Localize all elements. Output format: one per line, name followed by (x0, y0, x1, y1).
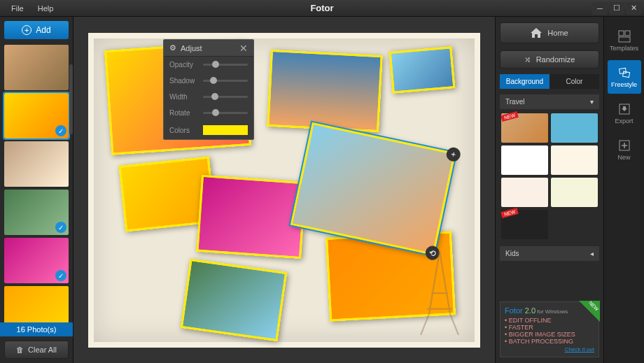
bg-thumb[interactable] (501, 178, 548, 207)
shuffle-icon: ⤮ (524, 55, 531, 64)
svg-rect-3 (619, 68, 626, 73)
photo-thumb[interactable]: ✓ (4, 93, 69, 138)
home-button[interactable]: Home (500, 22, 599, 43)
rotate-slider[interactable] (203, 112, 248, 114)
color-picker[interactable] (203, 125, 248, 135)
randomize-label: Randomize (536, 55, 575, 64)
scrollbar[interactable] (69, 64, 73, 134)
window-controls: ─ ☐ ✕ (592, 2, 641, 15)
tool-export[interactable]: Export (608, 97, 641, 130)
tab-background[interactable]: Background (500, 74, 550, 89)
photo-thumbnails: ✓ ✓ ✓ (0, 43, 73, 322)
check-icon: ✓ (55, 222, 66, 233)
check-icon: ✓ (55, 270, 66, 281)
freestyle-icon (618, 66, 631, 79)
category-label: Travel (505, 98, 524, 106)
export-icon (618, 103, 631, 115)
photo-thumb[interactable] (4, 286, 69, 322)
bg-tabs: Background Color (500, 74, 599, 89)
add-label: Add (36, 25, 50, 35)
bg-thumb[interactable] (551, 113, 598, 143)
promo-link[interactable]: Check it out (505, 346, 594, 353)
canvas-area: + ⟲ ⚙ Adjust ✕ Opacity Shadow Width (74, 17, 495, 363)
adjust-header[interactable]: ⚙ Adjust ✕ (164, 40, 253, 57)
tool-templates[interactable]: Templates (608, 24, 641, 57)
main-menu: File Help (0, 2, 59, 15)
plus-icon: + (22, 25, 31, 35)
promo-item: BIGGER IMAGE SIZES (505, 331, 594, 338)
collage-photo[interactable] (196, 174, 306, 258)
collage-photo[interactable] (267, 49, 383, 131)
new-corner-badge: NEW (579, 301, 600, 322)
bg-thumb[interactable]: NEW (501, 210, 548, 239)
home-icon (531, 28, 542, 38)
tool-label: Templates (610, 45, 638, 52)
shadow-label: Shadow (169, 77, 199, 85)
add-photo-button[interactable]: + Add (4, 21, 69, 39)
bg-thumb[interactable] (501, 145, 548, 175)
width-slider[interactable] (203, 96, 248, 98)
photo-count-label: 16 Photo(s) (0, 322, 73, 336)
collage-photo[interactable] (181, 258, 288, 341)
collage-photo-selected[interactable]: + ⟲ (290, 122, 456, 255)
titlebar: File Help Fotor ─ ☐ ✕ (0, 0, 644, 17)
category-label: Kids (505, 250, 519, 257)
tool-new[interactable]: New (608, 133, 641, 166)
add-handle[interactable]: + (445, 145, 462, 162)
background-grid: NEW NEW (500, 109, 599, 243)
tool-freestyle[interactable]: Freestyle (608, 60, 641, 94)
svg-rect-0 (619, 31, 624, 36)
tool-label: Freestyle (611, 81, 637, 88)
templates-icon (618, 30, 631, 43)
promo-item: BATCH PROCESSING (505, 338, 594, 345)
svg-rect-2 (619, 37, 630, 42)
home-label: Home (547, 29, 568, 37)
photo-thumb[interactable]: ✓ (4, 190, 69, 235)
clear-all-button[interactable]: 🗑 Clear All (4, 341, 69, 359)
opacity-slider[interactable] (203, 64, 248, 66)
bg-thumb[interactable] (551, 178, 598, 207)
tool-label: New (617, 154, 630, 161)
check-icon: ✓ (55, 125, 66, 136)
photo-thumb[interactable]: ✓ (4, 238, 69, 283)
close-icon[interactable]: ✕ (239, 43, 248, 54)
tab-color[interactable]: Color (550, 74, 599, 89)
new-icon (618, 139, 631, 152)
menu-file[interactable]: File (6, 2, 29, 15)
colors-label: Colors (169, 127, 199, 134)
photo-thumb[interactable] (4, 45, 69, 90)
eiffel-decoration (419, 251, 461, 335)
app-title: Fotor (310, 3, 333, 13)
right-panel: Home ⤮ Randomize Background Color Travel… (495, 17, 603, 363)
width-label: Width (169, 93, 199, 101)
gear-icon: ⚙ (169, 43, 176, 52)
new-badge: NEW (500, 111, 519, 122)
bg-thumb[interactable] (551, 145, 598, 175)
new-badge: NEW (500, 208, 519, 218)
promo-item: FASTER (505, 324, 594, 331)
collage-canvas[interactable]: + ⟲ (88, 33, 480, 348)
adjust-title: Adjust (181, 44, 235, 52)
menu-help[interactable]: Help (32, 2, 59, 15)
photo-thumb[interactable] (4, 141, 69, 187)
category-kids[interactable]: Kids ◂ (500, 246, 599, 261)
adjust-panel: ⚙ Adjust ✕ Opacity Shadow Width Rotate (163, 39, 254, 140)
trash-icon: 🗑 (16, 346, 24, 354)
rotate-label: Rotate (169, 109, 199, 117)
bg-thumb[interactable]: NEW (501, 113, 548, 143)
promo-box: NEW Fotor 2.0 for Windows EDIT OFFLINE F… (500, 301, 599, 357)
minimize-button[interactable]: ─ (592, 2, 608, 15)
randomize-button[interactable]: ⤮ Randomize (500, 50, 599, 69)
category-travel[interactable]: Travel ▾ (500, 94, 599, 109)
tool-rail: Templates Freestyle Export New (603, 17, 644, 363)
maximize-button[interactable]: ☐ (609, 2, 624, 15)
shadow-slider[interactable] (203, 80, 248, 82)
collage-photo[interactable] (389, 46, 456, 94)
tool-label: Export (615, 118, 633, 124)
clear-label: Clear All (28, 346, 57, 354)
chevron-left-icon: ◂ (590, 250, 594, 257)
opacity-label: Opacity (169, 61, 199, 69)
close-button[interactable]: ✕ (626, 2, 641, 15)
chevron-down-icon: ▾ (590, 98, 594, 106)
photo-panel: + Add ✓ ✓ ✓ 16 Photo(s) 🗑 Clear All (0, 17, 74, 363)
